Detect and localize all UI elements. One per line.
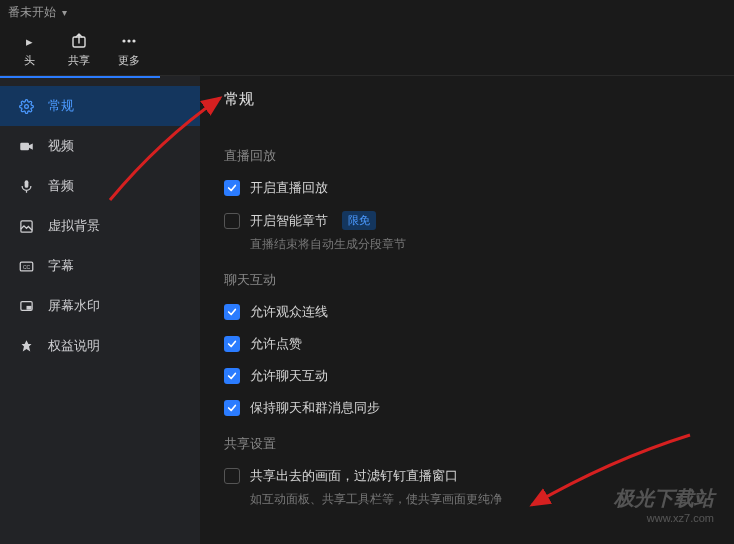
sidebar-item-subtitle[interactable]: CC 字幕	[0, 246, 200, 286]
sidebar-item-audio[interactable]: 音频	[0, 166, 200, 206]
share-icon	[70, 31, 88, 51]
settings-content: 常规 直播回放 开启直播回放 开启智能章节 限免 直播结束将自动生成分段章节 聊…	[200, 76, 734, 544]
svg-point-4	[24, 104, 28, 108]
sidebar-item-background[interactable]: 虚拟背景	[0, 206, 200, 246]
section-chat-title: 聊天互动	[224, 271, 710, 289]
checkbox-checked[interactable]	[224, 368, 240, 384]
free-badge: 限免	[342, 211, 376, 230]
svg-rect-6	[24, 180, 28, 188]
checkbox-checked[interactable]	[224, 180, 240, 196]
sidebar-item-video[interactable]: 视频	[0, 126, 200, 166]
checkbox-checked[interactable]	[224, 336, 240, 352]
filter-window-hint: 如互动面板、共享工具栏等，使共享画面更纯净	[250, 491, 710, 508]
badge-icon	[18, 339, 34, 354]
video-icon	[18, 139, 34, 154]
gear-icon	[18, 99, 34, 114]
sidebar-item-general[interactable]: 常规	[0, 86, 200, 126]
status-text: 番未开始	[8, 4, 56, 21]
option-smart-chapters[interactable]: 开启智能章节 限免	[224, 211, 710, 230]
option-allow-connect[interactable]: 允许观众连线	[224, 303, 710, 321]
more-icon	[120, 31, 138, 51]
sidebar-item-watermark[interactable]: 屏幕水印	[0, 286, 200, 326]
option-enable-playback[interactable]: 开启直播回放	[224, 179, 710, 197]
toolbar-more[interactable]: 更多	[104, 26, 154, 74]
svg-rect-11	[27, 306, 31, 309]
svg-rect-5	[20, 142, 29, 150]
svg-point-1	[122, 39, 125, 42]
checkbox-checked[interactable]	[224, 400, 240, 416]
checkbox-checked[interactable]	[224, 304, 240, 320]
chevron-down-icon[interactable]: ▾	[62, 7, 67, 18]
svg-text:CC: CC	[22, 264, 30, 270]
section-playback-title: 直播回放	[224, 147, 710, 165]
checkbox-unchecked[interactable]	[224, 468, 240, 484]
section-share-title: 共享设置	[224, 435, 710, 453]
active-tab-underline	[0, 76, 160, 78]
option-filter-window[interactable]: 共享出去的画面，过滤钉钉直播窗口	[224, 467, 710, 485]
background-icon	[18, 219, 34, 234]
smart-chapters-hint: 直播结束将自动生成分段章节	[250, 236, 710, 253]
status-bar: 番未开始 ▾	[0, 0, 734, 24]
option-allow-like[interactable]: 允许点赞	[224, 335, 710, 353]
settings-sidebar: 常规 视频 音频 虚拟背景 CC 字幕	[0, 76, 200, 544]
toolbar-share[interactable]: 共享	[54, 26, 104, 74]
toolbar-camera[interactable]: ▸ 头	[4, 26, 54, 74]
option-allow-chat[interactable]: 允许聊天互动	[224, 367, 710, 385]
sidebar-item-benefits[interactable]: 权益说明	[0, 326, 200, 366]
page-title: 常规	[224, 76, 710, 129]
checkbox-unchecked[interactable]	[224, 213, 240, 229]
mic-icon	[18, 179, 34, 194]
svg-point-3	[132, 39, 135, 42]
camera-icon: ▸	[26, 31, 33, 51]
toolbar: ▸ 头 共享 更多	[0, 24, 734, 76]
watermark-icon	[18, 299, 34, 314]
cc-icon: CC	[18, 259, 34, 274]
svg-point-2	[127, 39, 130, 42]
option-sync-group[interactable]: 保持聊天和群消息同步	[224, 399, 710, 417]
